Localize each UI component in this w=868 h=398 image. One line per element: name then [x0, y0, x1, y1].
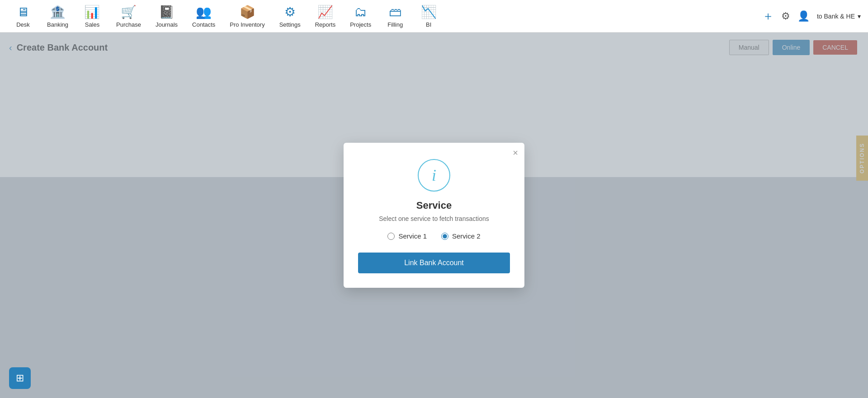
nav-label-purchase: Purchase: [116, 21, 141, 28]
nav-item-journals[interactable]: Journals: [149, 1, 184, 32]
company-selector[interactable]: to Bank & HE ▾: [817, 13, 861, 20]
bi-icon: [421, 5, 437, 19]
nav-item-contacts[interactable]: Contacts: [186, 1, 222, 32]
nav-item-proinventory[interactable]: Pro Inventory: [223, 1, 271, 32]
proinventory-icon: [240, 5, 255, 19]
chevron-down-icon: ▾: [858, 13, 861, 20]
company-name: to Bank & HE: [817, 13, 855, 20]
nav-label-journals: Journals: [156, 21, 178, 28]
nav-item-banking[interactable]: Banking: [41, 1, 75, 32]
bottom-left-grid-button[interactable]: ⊞: [9, 367, 31, 389]
link-bank-account-button[interactable]: Link Bank Account: [358, 253, 510, 273]
grid-icon: ⊞: [16, 372, 24, 384]
settings-icon: [284, 5, 296, 19]
service-modal: × i Service Select one service to fetch …: [344, 143, 524, 288]
nav-item-sales[interactable]: Sales: [76, 1, 108, 32]
contacts-icon: [196, 5, 212, 19]
nav-item-desk[interactable]: Desk: [7, 1, 39, 32]
page-area: ‹ Create Bank Account Manual Online CANC…: [0, 33, 868, 398]
service2-radio[interactable]: [441, 233, 448, 240]
service1-radio[interactable]: [387, 233, 395, 240]
nav-label-reports: Reports: [315, 21, 336, 28]
nav-item-purchase[interactable]: Purchase: [110, 1, 147, 32]
navbar: Desk Banking Sales Purchase Journals Con…: [0, 0, 868, 33]
nav-item-filling[interactable]: Filling: [379, 1, 411, 32]
modal-info-icon: i: [418, 159, 450, 192]
nav-label-proinventory: Pro Inventory: [230, 21, 264, 28]
desk-icon: [17, 5, 29, 19]
service2-label: Service 2: [452, 232, 481, 240]
gear-button[interactable]: ⚙: [781, 10, 790, 22]
purchase-icon: [121, 5, 137, 19]
nav-label-bi: BI: [426, 21, 431, 28]
reports-icon: [317, 5, 333, 19]
nav-label-contacts: Contacts: [192, 21, 215, 28]
banking-icon: [50, 5, 66, 19]
service2-option[interactable]: Service 2: [441, 232, 481, 240]
modal-title: Service: [416, 200, 452, 211]
nav-item-bi[interactable]: BI: [413, 1, 444, 32]
projects-icon: [354, 5, 367, 19]
modal-close-button[interactable]: ×: [513, 148, 518, 157]
sales-icon: [84, 5, 100, 19]
journals-icon: [159, 5, 175, 19]
service1-option[interactable]: Service 1: [387, 232, 427, 240]
nav-item-reports[interactable]: Reports: [309, 1, 342, 32]
modal-overlay: × i Service Select one service to fetch …: [0, 33, 868, 398]
nav-label-settings: Settings: [279, 21, 301, 28]
nav-item-settings[interactable]: Settings: [273, 1, 307, 32]
service1-label: Service 1: [398, 232, 427, 240]
nav-label-filling: Filling: [387, 21, 403, 28]
nav-label-sales: Sales: [85, 21, 100, 28]
nav-right: ＋ ⚙ 👤 to Bank & HE ▾: [762, 8, 861, 24]
nav-label-desk: Desk: [16, 21, 30, 28]
info-letter: i: [432, 166, 436, 185]
modal-options: Service 1 Service 2: [387, 232, 480, 240]
filling-icon: [389, 5, 401, 19]
add-button[interactable]: ＋: [762, 8, 774, 24]
nav-item-projects[interactable]: Projects: [344, 1, 377, 32]
nav-label-banking: Banking: [47, 21, 68, 28]
nav-label-projects: Projects: [350, 21, 371, 28]
modal-subtitle: Select one service to fetch transactions: [379, 215, 489, 222]
user-button[interactable]: 👤: [797, 10, 810, 22]
nav-items: Desk Banking Sales Purchase Journals Con…: [7, 1, 762, 32]
